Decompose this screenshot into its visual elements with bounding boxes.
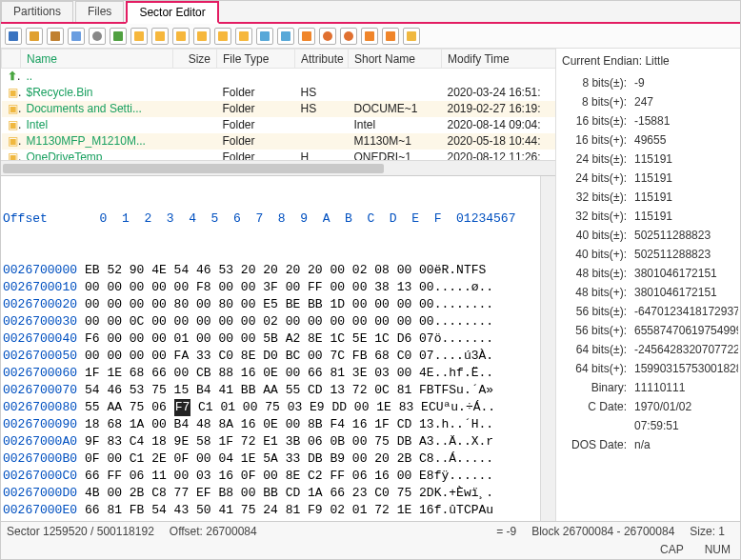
info-label: 40 bits(±): [558,229,632,242]
info-label: 16 bits(±): [558,114,632,128]
nav-last-icon[interactable] [214,28,231,45]
info-value: 115191 [632,190,738,204]
info-panel: Current Endian: Little 8 bits(±):-98 bit… [555,49,740,521]
col-modify-time[interactable]: Modify Time [442,50,556,69]
hex-row[interactable]: 00267000601F 1E 68 66 00 CB 88 16 0E 00 … [3,365,538,382]
col-name[interactable]: Name [21,50,173,69]
hex-row[interactable]: 0026700040F6 00 00 00 01 00 00 00 5B A2 … [3,330,538,348]
tab-bar: Partitions Files Sector Editor [1,1,740,24]
hex-row[interactable]: 0026700000EB 52 90 4E 54 46 53 20 20 20 … [3,262,538,279]
info-label: 56 bits(±): [558,305,632,318]
disk2-icon[interactable] [361,28,378,45]
table-row[interactable]: ▣$Recycle.BinFolderHS2020-03-24 16:51: [2,85,556,101]
info-label: DOS Date: [558,438,632,451]
open-folder-icon[interactable] [403,28,420,45]
save-icon[interactable] [5,28,22,45]
hex-row[interactable]: 002670005000 00 00 00 FA 33 C0 8E D0 BC … [3,348,538,365]
col-size[interactable]: Size [173,50,217,69]
col-file-type[interactable]: File Type [217,50,295,69]
hex-view[interactable]: Offset 0 1 2 3 4 5 6 7 8 9 A B C D E F 0… [1,176,540,521]
refresh-icon[interactable] [110,28,127,45]
disk3-icon[interactable] [382,28,399,45]
tab-partitions[interactable]: Partitions [1,1,73,22]
nav-next-icon[interactable] [193,28,210,45]
info-row: 8 bits(+):247 [558,92,738,111]
nav-prev-icon[interactable] [151,28,169,45]
disk-icon[interactable] [298,28,315,45]
status-size: Size: 1 [690,525,734,538]
hex-header-offset: Offset [3,210,85,228]
endian-label: Current Endian: [562,54,642,68]
info-label: 8 bits(±): [558,76,632,90]
table-row[interactable]: ▣OneDriveTempFolderHONEDRI~12020-08-12 1… [2,150,556,161]
col-short-name[interactable]: Short Name [349,50,442,69]
db-icon[interactable] [256,28,273,45]
endian-value: Little [645,54,669,68]
hex-row[interactable]: 002670009018 68 1A 00 B4 48 8A 16 0E 00 … [3,416,538,433]
table-row[interactable]: ▣Documents and Setti...FolderHSDOCUME~12… [2,101,556,117]
hex-row[interactable]: 00267000B00F 00 C1 2E 0F 00 04 1E 5A 33 … [3,450,538,468]
table-row[interactable]: ▣M1130MFP_M1210M...FolderM1130M~12020-05… [2,133,556,150]
info-row: C Date:1970/01/02 [558,397,738,416]
up-icon: ⬆ [2,69,21,85]
hex-row[interactable]: 002670001000 00 00 00 00 F8 00 00 3F 00 … [3,279,538,296]
hex-row[interactable]: 002670007054 46 53 75 15 B4 41 BB AA 55 … [3,382,538,399]
col-icon[interactable] [2,50,21,69]
db2-icon[interactable] [277,28,294,45]
info-label: 48 bits(+): [558,286,632,299]
info-label: C Date: [558,400,632,413]
info-row: 24 bits(±):115191 [558,150,738,169]
nav-first-icon[interactable] [130,28,148,45]
info-row: 64 bits(±):-2456428320707722761 [558,340,738,359]
info-value: 07:59:51 [632,419,738,432]
info-row: Binary:11110111 [558,378,738,397]
globe-icon[interactable] [319,28,336,45]
status-eq: = -9 [496,525,526,538]
info-value: -15881 [632,114,738,128]
hex-row[interactable]: 002670002000 00 00 00 80 00 80 00 E5 BE … [3,296,538,313]
file-table-hscroll[interactable] [1,160,555,175]
hex-row[interactable]: 00267000D04B 00 2B C8 77 EF B8 00 BB CD … [3,485,538,502]
hex-vscroll[interactable] [540,176,555,521]
folder-icon: ▣ [2,150,21,161]
table-row[interactable]: ▣IntelFolderIntel2020-08-14 09:04: [2,117,556,133]
status-block: Block 26700084 - 26700084 [531,525,684,538]
folder-icon: ▣ [2,101,21,117]
info-row: 48 bits(+):3801046172151 [558,283,738,302]
globe2-icon[interactable] [340,28,357,45]
info-value: n/a [632,438,738,451]
info-label: 64 bits(±): [558,343,632,356]
toolbar [1,24,740,49]
info-value: 115191 [632,210,738,223]
info-value: 3801046172151 [632,267,738,280]
info-row: 56 bits(±):-6470123418172937 [558,302,738,321]
paste-icon[interactable] [47,28,64,45]
undo-icon[interactable] [68,28,85,45]
hex-row[interactable]: 002670008055 AA 75 06 F7 C1 01 00 75 03 … [3,399,538,416]
nav-up-icon[interactable] [172,28,190,45]
tab-sector-editor[interactable]: Sector Editor [126,1,218,24]
info-row: 56 bits(+):65587470619754999 [558,321,738,340]
status-cap: CAP [660,543,684,556]
info-label: 24 bits(±): [558,152,632,166]
hex-row[interactable]: 002670003000 00 0C 00 00 00 00 00 02 00 … [3,313,538,330]
tab-files[interactable]: Files [75,1,124,22]
info-row: 32 bits(±):115191 [558,188,738,207]
info-label: Binary: [558,381,632,394]
info-value: 11110111 [632,381,738,394]
info-label: 40 bits(+): [558,248,632,261]
info-value: 115191 [632,152,738,166]
info-row: DOS Date:n/a [558,435,738,454]
info-row: 48 bits(±):3801046172151 [558,264,738,283]
info-row: 16 bits(+):49655 [558,130,738,150]
info-row: 8 bits(±):-9 [558,73,738,92]
hex-row[interactable]: 00267000E066 81 FB 54 43 50 41 75 24 81 … [3,502,538,519]
hex-row[interactable]: 00267000A09F 83 C4 18 9E 58 1F 72 E1 3B … [3,433,538,450]
hex-row[interactable]: 00267000C066 FF 06 11 00 03 16 0F 00 8E … [3,468,538,485]
table-row[interactable]: ⬆.. [2,69,556,85]
col-attribute[interactable]: Attribute [295,50,349,69]
copy-icon[interactable] [26,28,43,45]
search-icon[interactable] [89,28,106,45]
nav-goto-icon[interactable] [235,28,252,45]
info-label: 56 bits(+): [558,324,632,337]
